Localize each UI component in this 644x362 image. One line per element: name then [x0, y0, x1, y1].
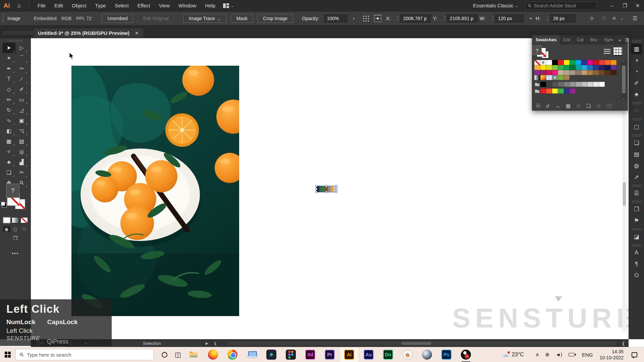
taskbar-audition[interactable]: Au [359, 347, 378, 362]
swatch[interactable] [564, 88, 570, 94]
swatches-tab-sym[interactable]: Sym [601, 35, 616, 45]
swatch[interactable] [611, 60, 617, 65]
swatch[interactable] [546, 60, 552, 65]
draw-behind-mode[interactable]: ▢ [12, 226, 19, 232]
layers-panel-icon[interactable]: ❏ [631, 137, 642, 148]
swatch[interactable] [599, 70, 605, 75]
swatch[interactable] [558, 70, 564, 75]
perspective-grid-tool[interactable]: ◹ [15, 126, 28, 136]
align-list-icon[interactable]: ≡ [612, 15, 615, 21]
scrollbar-thumb[interactable] [401, 342, 431, 345]
free-transform-tool[interactable]: ▣ [15, 115, 28, 126]
swatch[interactable] [581, 70, 587, 75]
artboards-panel-icon[interactable]: ❐ [631, 204, 642, 215]
swatch[interactable] [587, 70, 593, 75]
swatch[interactable] [564, 82, 570, 87]
swatch[interactable] [540, 70, 546, 75]
selection-tool[interactable]: ➤ [3, 43, 15, 53]
scrollbar-thumb[interactable] [622, 65, 626, 94]
status-menu-arrow[interactable]: ▶ [206, 341, 210, 346]
link-dimensions-icon[interactable]: ⌁ [529, 15, 533, 21]
taskbar-firefox[interactable] [203, 347, 223, 362]
transform-panel-icon[interactable]: ▢ [631, 121, 642, 132]
language-indicator[interactable]: ENG [582, 352, 593, 358]
appearance-panel-icon[interactable]: ▤ [631, 149, 642, 160]
menu-object[interactable]: Object [67, 0, 91, 11]
show-swatch-kinds-icon[interactable]: ▦ [566, 103, 571, 109]
y-stepper[interactable]: ⌃⌄ [443, 17, 445, 20]
selection-handle[interactable] [315, 188, 317, 190]
draw-normal-mode[interactable]: ▣ [3, 226, 10, 232]
selection-handle[interactable] [325, 185, 327, 187]
taskbar-this-pc[interactable] [242, 347, 262, 362]
selection-handle[interactable] [315, 191, 317, 193]
swatch[interactable] [552, 70, 558, 75]
horizontal-scrollbar[interactable] [227, 341, 617, 346]
taskbar-illustrator[interactable]: Ai [339, 347, 359, 362]
swatch-pat-blue[interactable] [546, 75, 552, 80]
slice-tool[interactable]: ✂ [15, 167, 28, 178]
panel-overflow-icon[interactable]: » [616, 38, 623, 43]
swatch[interactable] [599, 60, 605, 65]
swatch[interactable] [570, 60, 576, 65]
network-icon[interactable]: ⊕ [545, 352, 550, 358]
swatch[interactable] [611, 65, 617, 70]
brushes-panel-icon[interactable]: ✐ [631, 78, 642, 88]
swatch[interactable] [552, 60, 558, 65]
swatch[interactable] [546, 70, 552, 75]
dock-grip[interactable] [632, 200, 641, 203]
scroll-down-icon[interactable]: ⌄ [621, 96, 626, 100]
swatch-libraries-menu-icon[interactable]: ⎘ [536, 103, 540, 109]
swatch[interactable] [581, 82, 587, 87]
taskbar-figma[interactable] [281, 347, 301, 362]
selection-handle[interactable] [315, 185, 317, 187]
edit-toolbar-icon[interactable]: ••• [0, 251, 31, 256]
swatches-tab-bru[interactable]: Bru [587, 35, 601, 45]
h-stepper[interactable]: ⌃⌄ [546, 17, 549, 20]
swatch[interactable] [570, 88, 576, 94]
gradient-button[interactable] [12, 218, 19, 223]
swatches-tab-swatches[interactable]: Swatches [532, 35, 560, 45]
swatch[interactable] [576, 60, 582, 65]
direct-selection-tool[interactable]: ▷ [15, 43, 28, 53]
chevron-down-icon[interactable]: ⌄ [230, 3, 234, 8]
color-panel-icon[interactable]: ◑ [631, 55, 642, 66]
polygon-tool[interactable]: ◇ [3, 84, 15, 95]
symbol-sprayer-tool[interactable]: ♣ [3, 157, 15, 167]
h-input[interactable]: 26 px [550, 14, 576, 22]
swatch[interactable] [540, 82, 546, 87]
close-tab-icon[interactable]: ✕ [135, 31, 139, 36]
menu-select[interactable]: Select [110, 0, 133, 11]
swatch[interactable] [587, 65, 593, 70]
selection-handle[interactable] [335, 188, 337, 190]
column-graph-tool[interactable]: ▟ [15, 157, 28, 167]
hidden-icons-chevron[interactable]: ∧ [536, 352, 539, 358]
add-to-library-icon[interactable]: ☌ [546, 103, 549, 109]
swatch[interactable] [605, 65, 611, 70]
arrange-documents-icon[interactable] [223, 3, 229, 8]
list-view-icon[interactable] [603, 47, 611, 55]
menu-effect[interactable]: Effect [133, 0, 155, 11]
swatch[interactable] [552, 82, 558, 87]
pen-tool[interactable]: ✒ [3, 63, 15, 74]
swatch[interactable] [534, 65, 540, 70]
swatch[interactable] [593, 65, 599, 70]
weather-widget[interactable]: ☁ 23°C [502, 351, 524, 359]
taskbar-adobe-xd[interactable]: Xd [301, 347, 320, 362]
image-trace-button[interactable]: Image Trace ⌄ [183, 14, 227, 23]
menu-file[interactable]: File [33, 0, 50, 11]
swatch[interactable] [558, 82, 564, 87]
cortana-icon[interactable] [162, 352, 167, 358]
grid-view-icon[interactable] [613, 47, 622, 55]
swatches-tab-col[interactable]: Col [560, 35, 573, 45]
swatch[interactable] [552, 88, 558, 94]
swatch[interactable] [593, 70, 599, 75]
swatch-grad-fire[interactable] [540, 75, 546, 80]
swatch[interactable] [564, 65, 570, 70]
transform-dots-icon[interactable] [363, 15, 369, 22]
stroke-panel-icon[interactable]: ◌ [631, 105, 642, 116]
color-group-folder-icon[interactable] [534, 88, 540, 94]
dock-grip[interactable] [632, 134, 641, 136]
swatch[interactable] [540, 65, 546, 70]
gradient-panel-icon[interactable]: ◔ [631, 66, 642, 77]
